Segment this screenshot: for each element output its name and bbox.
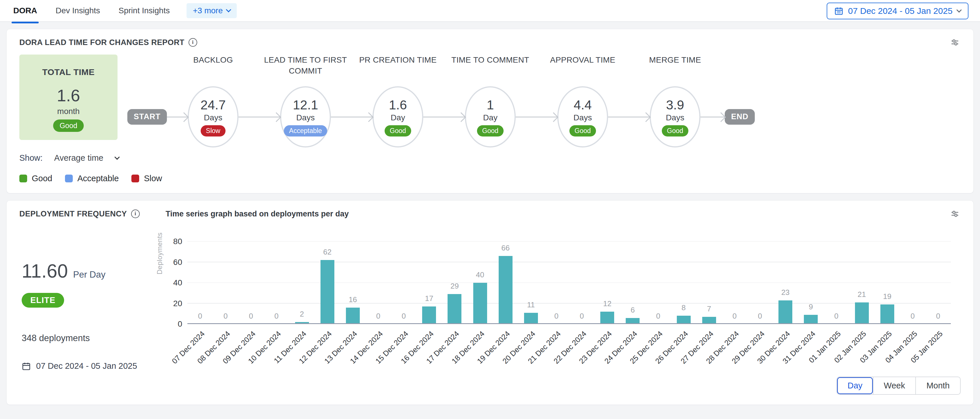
flow-arrow (331, 117, 372, 117)
bar-value-label: 9 (809, 302, 813, 311)
bar-17-dec-2024[interactable] (447, 294, 461, 324)
flow-arrow (700, 117, 725, 117)
chevron-down-icon[interactable] (115, 154, 119, 160)
bar-value-label: 0 (834, 312, 838, 321)
bar-value-label: 29 (450, 282, 459, 290)
stage-unit: Day (483, 113, 498, 122)
stats-date-range: 07 Dec 2024 - 05 Jan 2025 (22, 361, 155, 371)
stage-approval-time: APPROVAL TIME 4.4 Days Good (557, 54, 608, 148)
bar-13-dec-2024[interactable] (346, 308, 360, 324)
stage-node[interactable]: 24.7 Days Slow (188, 86, 239, 148)
tab-dora[interactable]: DORA (11, 0, 39, 21)
stage-name: MERGE TIME (627, 54, 723, 86)
stage-value: 1.6 (389, 98, 407, 113)
lead-time-flow: START BACKLOG 24.7 Days Slow LEAD TIME T… (127, 54, 755, 148)
bar-12-dec-2024[interactable] (320, 260, 334, 324)
flow-arrow (608, 117, 650, 117)
deployment-rate-value: 11.60 (22, 260, 68, 282)
stage-value: 3.9 (666, 98, 684, 113)
info-icon[interactable] (131, 210, 140, 218)
bar-16-dec-2024[interactable] (422, 306, 436, 324)
flow-start-pill: START (127, 109, 167, 125)
info-icon[interactable] (189, 38, 197, 47)
status-legend: Good Acceptable Slow (19, 174, 961, 183)
bar-value-label: 8 (681, 303, 686, 312)
tab-dev-insights[interactable]: Dev Insights (54, 0, 102, 21)
more-tabs-button[interactable]: +3 more (186, 3, 237, 18)
granularity-toggle: DayWeekMonth (837, 376, 961, 395)
flow-arrow (516, 117, 557, 117)
stage-node[interactable]: 1 Day Good (465, 86, 516, 148)
stage-name: APPROVAL TIME (535, 54, 630, 86)
y-tick-label: 40 (173, 278, 182, 287)
legend-item-good: Good (19, 174, 52, 183)
stage-name: BACKLOG (165, 54, 261, 86)
tab-sprint-insights[interactable]: Sprint Insights (117, 0, 172, 21)
bar-31-dec-2024[interactable] (804, 315, 818, 324)
stage-unit: Days (666, 113, 684, 122)
status-badge: Good (53, 119, 83, 132)
bar-value-label: 0 (936, 312, 940, 321)
stage-node[interactable]: 12.1 Days Acceptable (280, 86, 331, 148)
date-range-label: 07 Dec 2024 - 05 Jan 2025 (848, 6, 953, 16)
bar-value-label: 12 (603, 299, 612, 308)
stage-unit: Days (573, 113, 592, 122)
calendar-icon (22, 362, 31, 371)
date-range-picker[interactable]: 07 Dec 2024 - 05 Jan 2025 (827, 3, 969, 19)
flow-end-pill: END (725, 109, 755, 125)
stage-value: 4.4 (574, 98, 592, 113)
y-tick-label: 0 (178, 319, 182, 329)
chart-settings-icon[interactable] (949, 208, 961, 220)
legend-item-acceptable: Acceptable (65, 174, 119, 183)
bar-value-label: 0 (554, 312, 558, 321)
status-badge: Good (662, 125, 688, 136)
stage-name: PR CREATION TIME (350, 54, 445, 86)
stage-node[interactable]: 3.9 Days Good (650, 86, 700, 148)
bar-30-dec-2024[interactable] (778, 300, 792, 324)
flow-arrow (239, 117, 280, 117)
toggle-month[interactable]: Month (915, 377, 960, 394)
stage-unit: Days (296, 113, 315, 122)
bar-26-dec-2024[interactable] (677, 316, 690, 324)
bar-value-label: 62 (323, 248, 331, 257)
legend-label: Acceptable (77, 174, 119, 183)
chart-settings-icon[interactable] (949, 37, 961, 48)
status-badge: Good (570, 125, 596, 136)
legend-label: Slow (144, 174, 162, 183)
total-deployments: 348 deployments (22, 333, 155, 343)
bar-20-dec-2024[interactable] (524, 313, 538, 324)
stage-node[interactable]: 4.4 Days Good (557, 86, 608, 148)
gridline (188, 283, 951, 283)
chart-subtitle: Time series graph based on deployments p… (166, 210, 349, 219)
toggle-week[interactable]: Week (873, 377, 916, 394)
status-badge: Good (385, 125, 411, 136)
bar-19-dec-2024[interactable] (499, 256, 512, 324)
bar-value-label: 0 (274, 312, 278, 321)
deployment-rate-unit: Per Day (73, 270, 105, 280)
bar-18-dec-2024[interactable] (473, 283, 487, 324)
deployment-frequency-title: DEPLOYMENT FREQUENCY (19, 210, 127, 219)
gridline (188, 241, 951, 242)
toggle-day[interactable]: Day (837, 377, 873, 394)
legend-swatch-slow (131, 175, 139, 183)
bar-value-label: 17 (425, 294, 433, 303)
flow-arrow (167, 117, 188, 117)
bar-value-label: 66 (501, 244, 510, 252)
flow-arrow (423, 117, 465, 117)
stage-pr-creation-time: PR CREATION TIME 1.6 Day Good (372, 54, 423, 148)
show-value-dropdown[interactable]: Average time (54, 153, 103, 163)
bar-03-jan-2025[interactable] (880, 305, 894, 324)
legend-item-slow: Slow (131, 174, 162, 183)
y-tick-label: 20 (173, 299, 182, 308)
tier-badge: ELITE (22, 293, 64, 308)
stage-lead-time-to-first-commit: LEAD TIME TO FIRST COMMIT 12.1 Days Acce… (280, 54, 331, 148)
bar-02-jan-2025[interactable] (855, 302, 869, 324)
gridline (188, 303, 951, 303)
stage-node[interactable]: 1.6 Day Good (372, 86, 423, 148)
bar-value-label: 11 (527, 300, 535, 309)
bar-23-dec-2024[interactable] (600, 312, 614, 324)
bar-value-label: 0 (656, 312, 660, 321)
stage-value: 1 (487, 98, 494, 113)
total-time-label: TOTAL TIME (42, 67, 95, 77)
stage-value: 24.7 (200, 98, 226, 113)
